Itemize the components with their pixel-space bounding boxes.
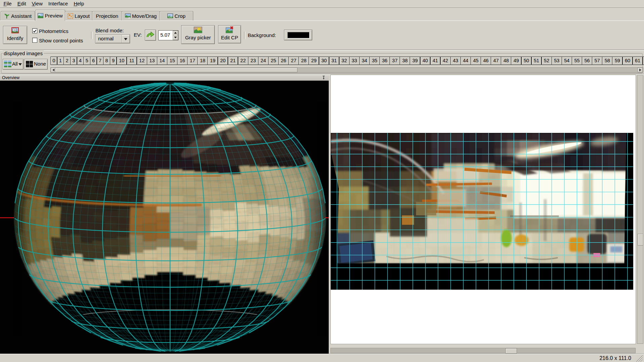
- svg-text:1: 1: [14, 28, 16, 32]
- svg-text:GL: GL: [38, 13, 41, 16]
